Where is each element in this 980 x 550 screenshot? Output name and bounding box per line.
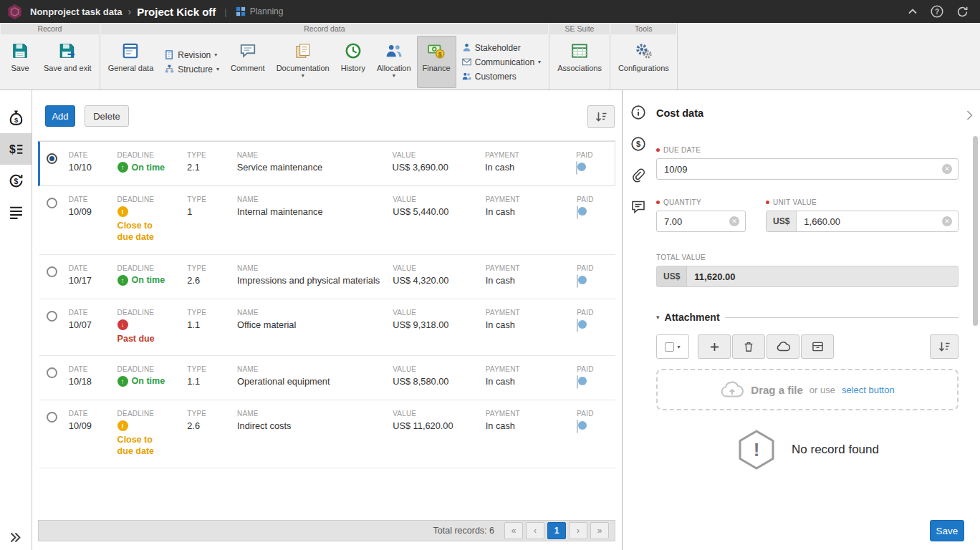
total-value-field: TOTAL VALUE US$ 11,620.00 (656, 254, 959, 287)
select-all-dropdown[interactable]: ▾ (656, 334, 689, 359)
finance-icon: $ (427, 41, 446, 61)
row-value: US$ 4,320.00 (393, 275, 481, 286)
row-radio[interactable] (47, 367, 57, 378)
row-radio[interactable] (47, 153, 57, 164)
svg-text:?: ? (935, 8, 939, 16)
associations-button[interactable]: Associations (552, 36, 607, 88)
page-title: Project Kick off (137, 6, 216, 18)
clear-icon[interactable]: ✕ (942, 216, 952, 226)
paperclip-icon[interactable] (630, 168, 646, 183)
col-label-paid: PAID (577, 410, 611, 418)
table-row[interactable]: DATE10/18 DEADLINE ↑On time TYPE1.1 NAME… (38, 356, 615, 400)
comment-button[interactable]: Comment (225, 36, 271, 88)
sidebar-item-summary[interactable] (0, 196, 32, 228)
sidebar-item-budget[interactable]: $ (0, 102, 32, 133)
row-value: US$ 11,620.00 (393, 420, 481, 432)
select-file-link[interactable]: select button (842, 385, 895, 395)
due-date-input[interactable]: 10/09 ✕ (656, 158, 959, 180)
panel-save-button[interactable]: Save (930, 520, 964, 541)
add-attachment-button[interactable] (698, 334, 731, 359)
customers-button[interactable]: Customers (462, 72, 541, 82)
structure-button[interactable]: Structure ▾ (165, 64, 219, 74)
prev-page-button[interactable]: ‹ (526, 522, 544, 539)
row-date: 10/09 (69, 206, 113, 218)
paid-toggle[interactable] (577, 319, 578, 332)
finance-button[interactable]: $ Finance (417, 36, 456, 88)
paid-toggle[interactable] (576, 161, 577, 175)
sidebar-item-cost-data[interactable]: $ (0, 133, 32, 165)
expand-sidebar-button[interactable] (9, 532, 21, 543)
panel-tab-strip: $ (623, 105, 654, 215)
download-attachment-button[interactable] (767, 334, 799, 359)
clear-icon[interactable]: ✕ (729, 216, 739, 226)
ribbon-group-record: Record Save Save and exit (0, 23, 100, 90)
quantity-value: 7.00 (657, 216, 729, 227)
communication-button[interactable]: Communication ▾ (462, 57, 541, 67)
next-page-button[interactable]: › (569, 522, 587, 539)
on-time-icon: ↑ (117, 376, 128, 387)
row-date: 10/17 (69, 275, 113, 286)
info-icon[interactable] (630, 105, 646, 120)
due-date-field: DUE DATE 10/09 ✕ (656, 146, 959, 180)
table-row[interactable]: DATE10/09 DEADLINE !Close to due date TY… (38, 186, 615, 255)
row-type: 1 (187, 206, 233, 218)
refresh-icon[interactable] (956, 6, 969, 18)
save-and-exit-button[interactable]: Save and exit (38, 36, 97, 88)
col-label-date: DATE (69, 309, 113, 317)
row-deadline: On time (132, 275, 165, 285)
table-row[interactable]: DATE10/07 DEADLINE ↓Past due TYPE1.1 NAM… (38, 299, 615, 356)
paid-toggle[interactable] (577, 420, 578, 433)
revision-structure-stack: Revision ▾ Structure ▾ (159, 36, 225, 88)
planning-icon (236, 6, 246, 16)
col-label-name: NAME (237, 264, 388, 272)
table-row[interactable]: DATE10/09 DEADLINE !Close to due date TY… (38, 400, 615, 469)
quantity-input[interactable]: 7.00 ✕ (656, 211, 746, 232)
archive-attachment-button[interactable] (801, 334, 834, 359)
save-button[interactable]: Save (2, 36, 38, 88)
delete-attachment-button[interactable] (732, 334, 765, 359)
paid-toggle[interactable] (577, 375, 578, 389)
dollar-circle-icon[interactable]: $ (630, 136, 646, 152)
comment-icon (239, 41, 257, 61)
add-button[interactable]: Add (45, 105, 75, 127)
col-label-deadline: DEADLINE (117, 264, 183, 272)
history-icon (344, 41, 362, 61)
quantity-field: QUANTITY 7.00 ✕ (656, 198, 746, 232)
unit-value-input[interactable]: US$ 1,660.00 ✕ (766, 211, 959, 232)
list-sort-button[interactable] (587, 105, 615, 128)
paid-toggle[interactable] (577, 206, 578, 219)
allocation-button[interactable]: Allocation ▾ (371, 36, 417, 88)
revision-button[interactable]: Revision ▾ (165, 50, 219, 60)
alert-hexagon-icon: ! (736, 429, 777, 471)
file-dropzone[interactable]: Drag a file or use select button (656, 369, 959, 410)
configurations-button[interactable]: Configurations (612, 36, 675, 88)
general-data-button[interactable]: General data (102, 36, 160, 88)
breadcrumb-root[interactable]: Nonproject task data (30, 6, 123, 17)
help-icon[interactable]: ? (931, 5, 943, 18)
documentation-button[interactable]: Documentation ▾ (271, 36, 335, 88)
page-number-button[interactable]: 1 (547, 522, 566, 539)
delete-button[interactable]: Delete (85, 105, 129, 127)
panel-scrollbar[interactable] (973, 136, 978, 326)
history-button[interactable]: History (335, 36, 371, 88)
table-row[interactable]: DATE10/10 DEADLINE ↑On time TYPE2.1 NAME… (38, 141, 615, 186)
collapse-ribbon-icon[interactable] (908, 7, 918, 16)
comment-bubble-icon[interactable] (630, 199, 646, 215)
stakeholder-button[interactable]: Stakeholder (462, 43, 541, 53)
clear-icon[interactable]: ✕ (942, 164, 952, 174)
col-label-paid: PAID (577, 264, 611, 272)
collapse-panel-chevron-icon[interactable] (966, 110, 973, 120)
row-radio[interactable] (47, 198, 57, 208)
row-radio[interactable] (47, 412, 57, 423)
row-radio[interactable] (47, 266, 57, 277)
total-value-value: 11,620.00 (687, 271, 958, 282)
cost-list-icon: $ (7, 140, 25, 158)
last-page-button[interactable]: » (590, 522, 609, 539)
table-row[interactable]: DATE10/17 DEADLINE ↑On time TYPE2.6 NAME… (38, 255, 615, 299)
attachment-sort-button[interactable] (930, 334, 959, 359)
row-radio[interactable] (47, 311, 57, 322)
paid-toggle[interactable] (577, 274, 578, 288)
first-page-button[interactable]: « (504, 522, 523, 539)
attachment-section-header[interactable]: ▾ Attachment (656, 312, 959, 323)
sidebar-item-recurring-cost[interactable]: $ (0, 165, 32, 196)
